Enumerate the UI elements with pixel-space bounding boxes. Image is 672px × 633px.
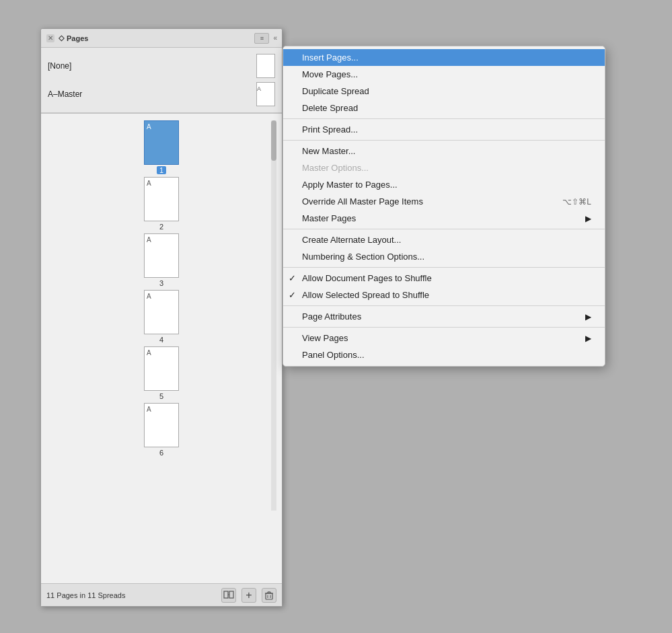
panel-menu-button[interactable]: ≡ <box>254 33 269 44</box>
menu-item-new-master[interactable]: New Master... <box>283 143 605 159</box>
menu-label-duplicate-spread: Duplicate Spread <box>302 86 369 96</box>
master-a-item[interactable]: A–Master A <box>48 80 275 108</box>
svg-rect-1 <box>229 591 233 598</box>
page-3-master-letter: A <box>147 236 151 244</box>
panel-titlebar: ✕ ◇ Pages ≡ « <box>41 29 282 48</box>
menu-separator-sep5 <box>283 305 605 306</box>
page-6-master-letter: A <box>147 406 151 413</box>
svg-rect-3 <box>266 593 272 599</box>
panel-footer: 11 Pages in 11 Spreads + <box>41 583 282 606</box>
master-none-thumb <box>256 54 275 78</box>
menu-item-insert-pages[interactable]: Insert Pages... <box>283 49 605 66</box>
panel-title-left: ✕ ◇ Pages <box>46 34 88 42</box>
page-number-3: 3 <box>159 279 163 287</box>
menu-label-create-alternate: Create Alternate Layout... <box>302 235 401 245</box>
menu-item-override-all[interactable]: Override All Master Page Items⌥⇧⌘L <box>283 193 605 210</box>
scrollbar-track[interactable] <box>271 120 276 511</box>
menu-item-duplicate-spread[interactable]: Duplicate Spread <box>283 83 605 100</box>
add-icon: + <box>246 590 252 601</box>
panel-title: ◇ Pages <box>59 34 88 42</box>
page-number-5: 5 <box>159 392 163 400</box>
page-5-master-letter: A <box>147 349 151 357</box>
page-1-master-letter: A <box>147 123 151 131</box>
menu-separator-sep3 <box>283 229 605 229</box>
menu-label-new-master: New Master... <box>302 146 355 156</box>
page-thumb-2[interactable]: A <box>144 177 179 221</box>
menu-separator-sep4 <box>283 267 605 268</box>
checkmark-allow-spread-shuffle: ✓ <box>289 290 296 300</box>
menu-item-apply-master[interactable]: Apply Master to Pages... <box>283 176 605 193</box>
page-2-master-letter: A <box>147 180 151 187</box>
menu-item-print-spread[interactable]: Print Spread... <box>283 121 605 138</box>
masters-area: [None] A–Master A <box>41 48 282 113</box>
panel-close-button[interactable]: ✕ <box>46 34 54 42</box>
menu-label-allow-spread-shuffle: Allow Selected Spread to Shuffle <box>302 290 429 300</box>
svg-rect-0 <box>224 591 228 598</box>
menu-item-allow-doc-shuffle[interactable]: ✓Allow Document Pages to Shuffle <box>283 270 605 287</box>
pages-count-label: 11 Pages in 11 Spreads <box>46 591 216 599</box>
pages-area[interactable]: A 1 A 2 A 3 A <box>41 114 282 583</box>
menu-item-page-attributes[interactable]: Page Attributes▶ <box>283 308 605 325</box>
menu-item-allow-spread-shuffle[interactable]: ✓Allow Selected Spread to Shuffle <box>283 287 605 303</box>
page-item-1[interactable]: A 1 <box>48 120 275 174</box>
menu-label-insert-pages: Insert Pages... <box>302 52 359 63</box>
menu-separator-sep6 <box>283 327 605 328</box>
submenu-arrow-page-attributes: ▶ <box>572 312 591 322</box>
panel-collapse-button[interactable]: « <box>273 34 276 42</box>
delete-page-button[interactable] <box>262 588 276 603</box>
page-item-3[interactable]: A 3 <box>48 233 275 287</box>
page-number-1: 1 <box>157 166 166 174</box>
page-thumb-3[interactable]: A <box>144 233 179 278</box>
page-thumb-6[interactable]: A <box>144 403 179 447</box>
menu-item-master-options: Master Options... <box>283 159 605 176</box>
pages-panel: ✕ ◇ Pages ≡ « [None] A–Master A <box>40 28 283 607</box>
master-none-label: [None] <box>48 61 71 71</box>
menu-item-numbering-section[interactable]: Numbering & Section Options... <box>283 248 605 265</box>
menu-label-override-all: Override All Master Page Items <box>302 196 423 207</box>
menu-label-print-spread: Print Spread... <box>302 124 358 135</box>
menu-item-delete-spread[interactable]: Delete Spread <box>283 100 605 116</box>
submenu-arrow-master-pages: ▶ <box>572 214 591 223</box>
page-4-master-letter: A <box>147 293 151 300</box>
submenu-arrow-view-pages: ▶ <box>572 334 591 343</box>
page-number-4: 4 <box>159 336 163 344</box>
menu-separator-sep1 <box>283 118 605 119</box>
menu-label-allow-doc-shuffle: Allow Document Pages to Shuffle <box>302 273 432 283</box>
menu-label-delete-spread: Delete Spread <box>302 103 358 113</box>
menu-separator-sep2 <box>283 140 605 141</box>
scrollbar-thumb[interactable] <box>271 120 276 161</box>
page-item-6[interactable]: A 6 <box>48 403 275 457</box>
page-thumb-1[interactable]: A <box>144 120 179 165</box>
master-a-letter: A <box>257 85 261 92</box>
trash-icon <box>264 591 274 600</box>
page-number-6: 6 <box>159 449 163 457</box>
menu-item-panel-options[interactable]: Panel Options... <box>283 346 605 363</box>
menu-label-master-pages: Master Pages <box>302 213 356 223</box>
page-spread-button[interactable] <box>221 588 236 603</box>
menu-label-view-pages: View Pages <box>302 333 348 343</box>
add-page-button[interactable]: + <box>241 588 256 603</box>
shortcut-override-all: ⌥⇧⌘L <box>549 197 591 207</box>
menu-label-page-attributes: Page Attributes <box>302 311 361 322</box>
page-item-4[interactable]: A 4 <box>48 290 275 344</box>
menu-item-view-pages[interactable]: View Pages▶ <box>283 330 605 346</box>
context-menu: Insert Pages...Move Pages...Duplicate Sp… <box>283 46 605 367</box>
page-thumb-5[interactable]: A <box>144 346 179 391</box>
master-a-label: A–Master <box>48 89 82 99</box>
pages-icon: ◇ <box>59 34 64 42</box>
page-item-2[interactable]: A 2 <box>48 177 275 231</box>
menu-label-numbering-section: Numbering & Section Options... <box>302 252 424 262</box>
spread-icon <box>223 591 234 600</box>
master-a-thumb: A <box>256 82 275 106</box>
page-item-5[interactable]: A 5 <box>48 346 275 400</box>
menu-item-create-alternate[interactable]: Create Alternate Layout... <box>283 231 605 248</box>
checkmark-allow-doc-shuffle: ✓ <box>289 273 296 283</box>
page-number-2: 2 <box>159 223 163 231</box>
menu-item-move-pages[interactable]: Move Pages... <box>283 66 605 83</box>
menu-label-apply-master: Apply Master to Pages... <box>302 180 398 190</box>
page-thumb-4[interactable]: A <box>144 290 179 334</box>
menu-item-master-pages[interactable]: Master Pages▶ <box>283 210 605 227</box>
menu-label-master-options: Master Options... <box>302 163 369 173</box>
master-none-item[interactable]: [None] <box>48 52 275 80</box>
menu-label-move-pages: Move Pages... <box>302 69 358 79</box>
